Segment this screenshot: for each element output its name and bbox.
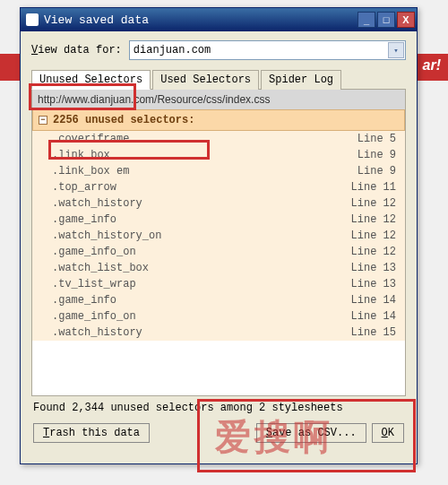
group-header-text: 2256 unused selectors: (53, 114, 194, 126)
bg-text: ar! (423, 57, 441, 74)
list-item[interactable]: .watch_historyLine 15 (32, 325, 405, 341)
tab-unused-selectors[interactable]: Unused Selectors (31, 70, 151, 90)
app-icon (26, 13, 39, 26)
dialog-window: View saved data _ □ X View data for: dia… (20, 7, 418, 464)
tab-spider-log[interactable]: Spider Log (261, 70, 341, 90)
window-title: View saved data (44, 13, 358, 27)
save-csv-button[interactable]: Save as CSV... (256, 423, 366, 443)
ok-button[interactable]: OK (372, 423, 404, 443)
list-item[interactable]: .link_box emLine 9 (32, 163, 405, 179)
list-item[interactable]: .game_infoLine 14 (32, 292, 405, 308)
maximize-button[interactable]: □ (377, 12, 395, 28)
list-item[interactable]: .watch_historyLine 12 (32, 195, 405, 212)
list-item[interactable]: .coveriframeLine 5 (32, 131, 405, 147)
list-item[interactable]: .watch_list_boxLine 13 (32, 260, 405, 276)
tab-used-selectors[interactable]: Used Selectors (152, 70, 259, 90)
view-data-label: View data for: (31, 44, 122, 56)
selector-list: .coveriframeLine 5 .link_boxLine 9 .link… (32, 131, 405, 341)
list-item[interactable]: .tv_list_wrapLine 13 (32, 276, 405, 292)
summary-text: Found 2,344 unused selectors among 2 sty… (31, 396, 406, 420)
chevron-down-icon[interactable]: ▾ (388, 42, 404, 58)
titlebar[interactable]: View saved data _ □ X (21, 8, 417, 31)
domain-value: dianjuan.com (134, 44, 211, 56)
list-item[interactable]: .top_arrowLine 11 (32, 179, 405, 195)
list-item[interactable]: .link_boxLine 9 (32, 147, 405, 163)
list-item[interactable]: .game_info_onLine 14 (32, 308, 405, 325)
minimize-button[interactable]: _ (358, 12, 375, 28)
domain-dropdown[interactable]: dianjuan.com ▾ (129, 40, 406, 60)
list-item[interactable]: .game_info_onLine 12 (32, 244, 405, 260)
group-header[interactable]: − 2256 unused selectors: (32, 109, 405, 131)
close-button[interactable]: X (397, 12, 415, 28)
collapse-icon[interactable]: − (39, 116, 47, 125)
list-item[interactable]: .game_infoLine 12 (32, 212, 405, 228)
tab-bar: Unused Selectors Used Selectors Spider L… (31, 69, 406, 90)
results-panel: http://www.dianjuan.com/Resource/css/ind… (31, 90, 406, 396)
list-item[interactable]: .watch_history_onLine 12 (32, 228, 405, 244)
trash-button[interactable]: Trash this data (33, 423, 150, 443)
file-path: http://www.dianjuan.com/Resource/css/ind… (32, 90, 405, 109)
